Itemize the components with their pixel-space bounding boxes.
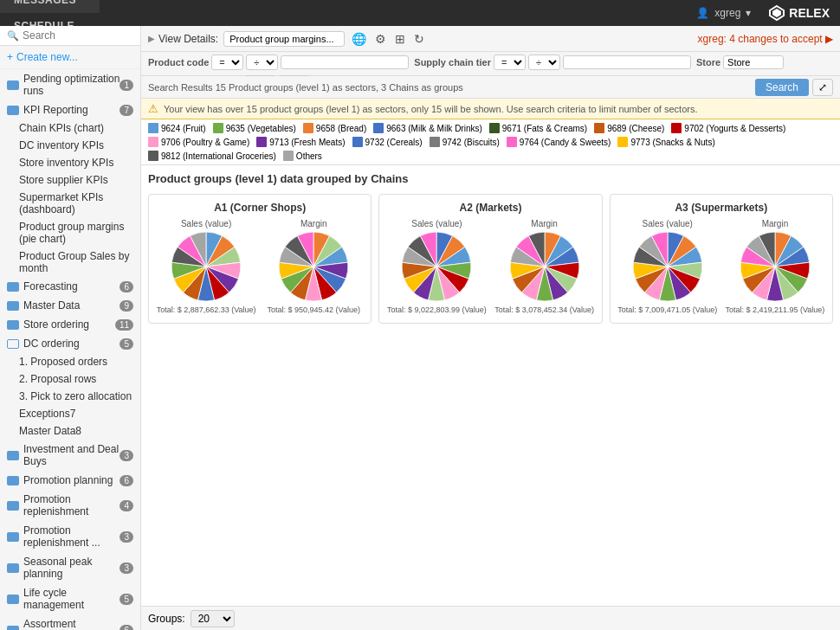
- pie-chart[interactable]: [279, 232, 348, 301]
- sidebar-item-24[interactable]: Assortment Management6: [0, 614, 140, 630]
- sidebar-item-badge: 7: [120, 105, 133, 116]
- search-button[interactable]: Search: [755, 79, 809, 96]
- chart-group-title: A3 (Supermarkets): [617, 202, 825, 214]
- chart-total: Total: $ 7,009,471.05 (Value): [617, 305, 717, 316]
- pie-chart[interactable]: [402, 232, 471, 301]
- sidebar-item-3[interactable]: DC inventory KPIs: [0, 137, 140, 154]
- filter-supply-chain-value[interactable]: [563, 55, 691, 69]
- top-nav-right: 👤 xgreg ▾ RELEX: [696, 4, 840, 22]
- sidebar-item-label: Promotion replenishment ...: [23, 524, 120, 549]
- filter-store: Store: [696, 55, 784, 69]
- filter-product-code-op2[interactable]: ÷: [246, 55, 278, 70]
- folder-icon: [7, 339, 19, 349]
- gear-button[interactable]: ⚙: [373, 30, 388, 48]
- sidebar-item-8[interactable]: Product Group Sales by month: [0, 248, 140, 277]
- sidebar-item-6[interactable]: Supermarket KPIs (dashboard): [0, 189, 140, 218]
- folder-icon: [7, 282, 19, 292]
- sidebar-item-2[interactable]: Chain KPIs (chart): [0, 119, 140, 137]
- chart-col-0: Sales (value)Total: $ 9,022,803.99 (Valu…: [386, 219, 487, 316]
- filter-supply-chain-op[interactable]: =: [494, 55, 526, 70]
- folder-icon: [7, 532, 19, 542]
- svg-marker-1: [772, 9, 781, 17]
- sidebar-item-1[interactable]: KPI Reporting7: [0, 100, 140, 119]
- sidebar-item-22[interactable]: Seasonal peak planning3: [0, 552, 140, 583]
- sidebar-item-21[interactable]: Promotion replenishment ...3: [0, 521, 140, 552]
- legend-color: [373, 123, 384, 133]
- sidebar-item-15[interactable]: 3. Pick to zero allocation: [0, 388, 140, 405]
- sidebar-item-18[interactable]: Investment and Deal Buys3: [0, 440, 140, 471]
- sidebar-item-badge: 7: [70, 408, 76, 420]
- filter-supply-chain-op2[interactable]: ÷: [528, 55, 560, 70]
- filter-product-code-value[interactable]: [281, 55, 409, 69]
- create-new-button[interactable]: + Create new...: [0, 46, 140, 69]
- sidebar-item-7[interactable]: Product group margins (pie chart): [0, 218, 140, 248]
- pie-chart[interactable]: [171, 232, 241, 301]
- changes-alert[interactable]: xgreg: 4 changes to accept ▶: [698, 33, 833, 45]
- globe-button[interactable]: 🌐: [350, 30, 368, 48]
- sidebar-item-19[interactable]: Promotion planning6: [0, 471, 140, 490]
- sidebar: 🔍 ≡ + Create new... Pending optimization…: [0, 26, 141, 630]
- legend-label: 9663 (Milk & Milk Drinks): [386, 124, 482, 133]
- sidebar-item-17[interactable]: Master Data8: [0, 422, 140, 440]
- chart-total: Total: $ 9,022,803.99 (Value): [387, 305, 487, 316]
- filter-bar: Product code = ÷ Supply chain tier = ÷ S…: [141, 52, 840, 76]
- relex-logo: RELEX: [761, 4, 830, 22]
- sidebar-item-13[interactable]: 1. Proposed orders: [0, 353, 140, 370]
- sidebar-search-bar: 🔍 ≡: [0, 26, 140, 46]
- legend-label: Others: [296, 151, 322, 161]
- legend-color: [303, 123, 313, 133]
- sidebar-item-11[interactable]: Store ordering11: [0, 315, 140, 334]
- sidebar-item-9[interactable]: Forecasting6: [0, 277, 140, 296]
- sidebar-item-12[interactable]: DC ordering5: [0, 334, 140, 353]
- folder-icon: [7, 106, 19, 115]
- legend-label: 9764 (Candy & Sweets): [520, 138, 611, 147]
- table-button[interactable]: ⊞: [393, 30, 407, 48]
- sidebar-item-20[interactable]: Promotion replenishment4: [0, 490, 140, 521]
- legend-color: [213, 123, 223, 133]
- top-navigation: WORKSPACEOPTIMIZERUSERSMESSAGESSCHEDULEM…: [0, 0, 840, 26]
- view-details-toggle[interactable]: ▶ View Details:: [148, 33, 218, 45]
- pie-chart[interactable]: [633, 232, 702, 301]
- search-results-text: Search Results 15 Product groups (level …: [148, 82, 755, 93]
- sidebar-item-label: Supermarket KPIs (dashboard): [19, 191, 103, 215]
- view-name-input[interactable]: [223, 31, 345, 47]
- changes-alert-arrow: ▶: [825, 33, 833, 45]
- groups-dropdown[interactable]: 102050100: [191, 610, 235, 627]
- filter-product-code: Product code = ÷: [148, 55, 409, 70]
- sidebar-item-badge: 11: [115, 319, 133, 331]
- pie-chart[interactable]: [510, 232, 579, 301]
- sidebar-item-label: Store supplier KPIs: [19, 174, 108, 186]
- refresh-button[interactable]: ↻: [412, 30, 426, 48]
- sidebar-item-14[interactable]: 2. Proposal rows: [0, 370, 140, 388]
- legend-item-9706: 9706 (Poultry & Game): [148, 137, 249, 147]
- filter-store-value[interactable]: [723, 55, 784, 69]
- pie-chart[interactable]: [740, 232, 810, 301]
- filter-product-code-op[interactable]: =: [211, 55, 243, 70]
- sidebar-item-badge: 5: [120, 594, 133, 605]
- chart-cols: Sales (value)Total: $ 7,009,471.05 (Valu…: [617, 219, 825, 316]
- sidebar-item-label: Life cycle management: [23, 587, 120, 611]
- legend-color: [283, 151, 294, 161]
- sidebar-item-23[interactable]: Life cycle management5: [0, 583, 140, 614]
- sidebar-item-16[interactable]: Exceptions7: [0, 405, 140, 422]
- expand-button[interactable]: ⤢: [812, 79, 833, 96]
- sidebar-item-label: Promotion replenishment: [23, 493, 120, 518]
- legend-item-others: Others: [283, 151, 322, 161]
- legend-label: 9624 (Fruit): [161, 124, 206, 133]
- sidebar-item-10[interactable]: Master Data9: [0, 296, 140, 315]
- legend-item-9624: 9624 (Fruit): [148, 123, 206, 133]
- relex-logo-text: RELEX: [789, 6, 830, 20]
- legend-label: 9706 (Poultry & Game): [161, 138, 249, 147]
- sidebar-item-label: Forecasting: [23, 280, 78, 292]
- nav-tab-messages[interactable]: MESSAGES: [0, 0, 100, 13]
- folder-icon: [7, 501, 19, 511]
- sidebar-item-5[interactable]: Store supplier KPIs: [0, 171, 140, 189]
- search-input[interactable]: [23, 29, 141, 42]
- sidebar-item-0[interactable]: Pending optimization runs1: [0, 69, 140, 100]
- sidebar-item-4[interactable]: Store inventory KPIs: [0, 154, 140, 171]
- sidebar-item-label: DC ordering: [23, 338, 80, 350]
- chart-col-label: Sales (value): [643, 219, 693, 228]
- legend-color: [256, 137, 267, 147]
- chart-col-label: Sales (value): [411, 219, 462, 228]
- user-menu[interactable]: 👤 xgreg ▾: [696, 7, 751, 19]
